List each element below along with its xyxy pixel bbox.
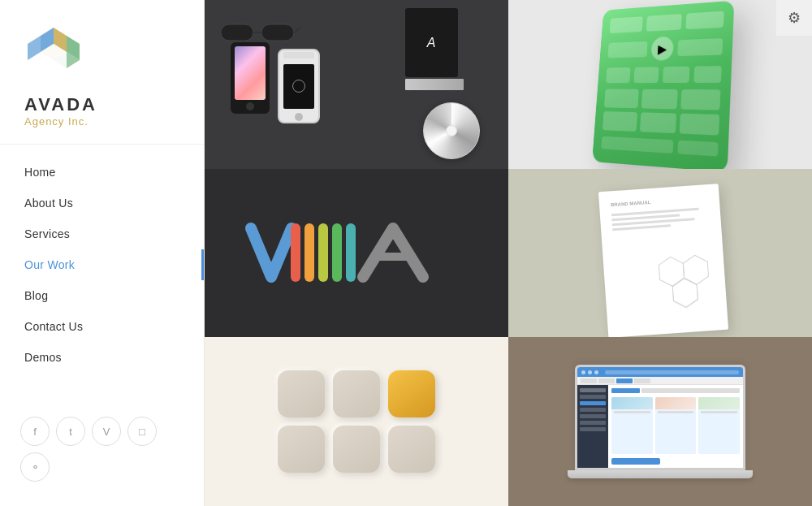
svg-marker-20: [672, 278, 698, 309]
nav-item-contact[interactable]: Contact Us: [0, 311, 204, 342]
facebook-icon[interactable]: f: [20, 417, 50, 446]
box-mockup: A: [405, 8, 464, 90]
phone-black-mockup: [229, 41, 271, 115]
grid-cell-laptop: [508, 337, 812, 506]
logo-hex-icon: [24, 24, 83, 83]
sidebar: AVADA Agency Inc. Home About Us Services…: [0, 0, 205, 506]
dribbble-icon[interactable]: ⚬: [20, 452, 50, 482]
main-nav: Home About Us Services Our Work Blog Con…: [0, 145, 204, 400]
grid-cell-mockup: A: [205, 0, 508, 169]
nav-item-our-work[interactable]: Our Work: [0, 249, 204, 280]
instagram-icon[interactable]: □: [127, 417, 157, 446]
nav-link-blog[interactable]: Blog: [0, 280, 204, 311]
twitter-icon[interactable]: t: [56, 417, 85, 446]
nav-link-our-work[interactable]: Our Work: [0, 249, 204, 280]
nav-item-blog[interactable]: Blog: [0, 280, 204, 311]
nav-item-services[interactable]: Services: [0, 218, 204, 249]
svg-marker-19: [683, 255, 709, 286]
grid-cell-tiles: [205, 337, 508, 506]
brand-sub: Agency Inc.: [24, 115, 179, 128]
cd-disc-mockup: [423, 102, 480, 159]
settings-button[interactable]: ⚙: [776, 0, 812, 36]
grid-cell-logo: [205, 169, 508, 338]
laptop-visual: [568, 365, 753, 478]
tile-5: [388, 426, 435, 473]
gear-icon: ⚙: [788, 9, 801, 27]
tile-3: [278, 426, 325, 473]
tiles-visual: [278, 370, 435, 473]
svg-rect-8: [261, 24, 294, 41]
nav-link-contact[interactable]: Contact Us: [0, 311, 204, 342]
grid-cell-device: ▶: [508, 0, 812, 169]
tile-2: [333, 370, 380, 417]
tile-4: [333, 426, 380, 473]
nav-item-about[interactable]: About Us: [0, 188, 204, 218]
nav-link-services[interactable]: Services: [0, 218, 204, 249]
nav-link-home[interactable]: Home: [0, 157, 204, 188]
social-icons-group: f t V □ ⚬: [0, 400, 204, 506]
main-grid: ⚙: [205, 0, 812, 506]
vimeo-icon[interactable]: V: [92, 417, 121, 446]
phone-white-mockup: [278, 49, 320, 123]
paper-visual: BRAND MANUAL: [595, 188, 725, 318]
nav-item-home[interactable]: Home: [0, 157, 204, 188]
green-device-visual: ▶: [592, 0, 734, 168]
brand-name: AVADA: [24, 94, 179, 115]
logo-area: AVADA Agency Inc.: [0, 0, 204, 145]
nav-link-about[interactable]: About Us: [0, 188, 204, 218]
svg-marker-18: [659, 257, 685, 288]
nav-link-demos[interactable]: Demos: [0, 342, 204, 373]
svg-rect-7: [221, 24, 253, 41]
nav-item-demos[interactable]: Demos: [0, 342, 204, 373]
colorful-logo-visual: [243, 212, 470, 293]
svg-marker-3: [28, 36, 41, 60]
svg-line-11: [294, 28, 300, 32]
tile-yellow: [388, 370, 435, 417]
grid-cell-paper: BRAND MANUAL: [508, 169, 812, 338]
tile-1: [278, 370, 325, 417]
